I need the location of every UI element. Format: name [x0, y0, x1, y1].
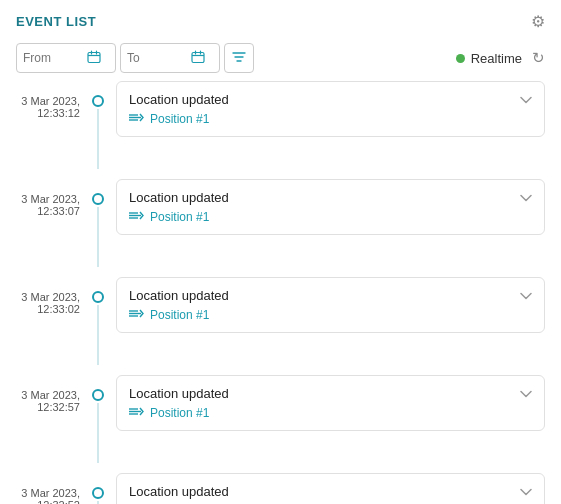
event-card-header: Location updated — [129, 92, 532, 107]
event-card[interactable]: Location updatedPosition #1 — [116, 473, 545, 504]
realtime-label: Realtime — [471, 51, 522, 66]
timeline-dot — [92, 291, 104, 303]
event-row: 3 Mar 2023,12:33:07Location updatedPosit… — [8, 179, 545, 267]
position-label: Position #1 — [150, 210, 209, 224]
timeline-dot — [92, 95, 104, 107]
chevron-down-icon[interactable] — [520, 93, 532, 107]
to-date-input-wrap[interactable] — [120, 43, 220, 73]
event-title: Location updated — [129, 288, 229, 303]
event-card-header: Location updated — [129, 386, 532, 401]
from-date-input[interactable] — [23, 51, 83, 65]
event-card[interactable]: Location updatedPosition #1 — [116, 277, 545, 333]
to-date-input[interactable] — [127, 51, 187, 65]
timeline-line — [97, 109, 99, 169]
event-timestamp: 3 Mar 2023,12:33:12 — [8, 81, 88, 119]
timeline-line — [97, 305, 99, 365]
refresh-icon[interactable]: ↻ — [532, 49, 545, 67]
page-title: EVENT LIST — [16, 14, 96, 29]
timeline-dot — [92, 193, 104, 205]
chevron-down-icon[interactable] — [520, 289, 532, 303]
timeline-dot — [92, 389, 104, 401]
gear-icon[interactable]: ⚙ — [531, 12, 545, 31]
event-row: 3 Mar 2023,12:32:57Location updatedPosit… — [8, 375, 545, 463]
chevron-down-icon[interactable] — [520, 387, 532, 401]
event-timestamp: 3 Mar 2023,12:32:52 — [8, 473, 88, 504]
event-title: Location updated — [129, 386, 229, 401]
to-calendar-icon[interactable] — [191, 50, 205, 67]
position-icon — [129, 209, 144, 224]
event-list: 3 Mar 2023,12:33:12Location updatedPosit… — [0, 81, 561, 504]
event-row: 3 Mar 2023,12:32:52Location updatedPosit… — [8, 473, 545, 504]
event-row: 3 Mar 2023,12:33:02Location updatedPosit… — [8, 277, 545, 365]
event-row: 3 Mar 2023,12:33:12Location updatedPosit… — [8, 81, 545, 169]
position-icon — [129, 405, 144, 420]
timeline-dot — [92, 487, 104, 499]
timeline-line — [97, 207, 99, 267]
event-title: Location updated — [129, 92, 229, 107]
timeline-column — [88, 375, 108, 463]
realtime-status: Realtime ↻ — [456, 49, 545, 67]
timeline-column — [88, 277, 108, 365]
page: EVENT LIST ⚙ — [0, 0, 561, 504]
position-icon — [129, 111, 144, 126]
filter-icon — [232, 50, 246, 66]
event-card[interactable]: Location updatedPosition #1 — [116, 179, 545, 235]
event-timestamp: 3 Mar 2023,12:32:57 — [8, 375, 88, 413]
header: EVENT LIST ⚙ — [0, 0, 561, 39]
event-card-header: Location updated — [129, 190, 532, 205]
event-position: Position #1 — [129, 405, 532, 420]
position-label: Position #1 — [150, 308, 209, 322]
event-timestamp: 3 Mar 2023,12:33:02 — [8, 277, 88, 315]
event-title: Location updated — [129, 190, 229, 205]
from-date-input-wrap[interactable] — [16, 43, 116, 73]
svg-rect-0 — [88, 52, 100, 62]
chevron-down-icon[interactable] — [520, 191, 532, 205]
position-label: Position #1 — [150, 112, 209, 126]
chevron-down-icon[interactable] — [520, 485, 532, 499]
position-icon — [129, 307, 144, 322]
event-position: Position #1 — [129, 307, 532, 322]
event-card-header: Location updated — [129, 484, 532, 499]
timeline-column — [88, 81, 108, 169]
svg-rect-4 — [192, 52, 204, 62]
event-card[interactable]: Location updatedPosition #1 — [116, 375, 545, 431]
timeline-column — [88, 179, 108, 267]
event-position: Position #1 — [129, 111, 532, 126]
event-card-header: Location updated — [129, 288, 532, 303]
toolbar: Realtime ↻ — [0, 39, 561, 81]
position-label: Position #1 — [150, 406, 209, 420]
filter-button[interactable] — [224, 43, 254, 73]
event-timestamp: 3 Mar 2023,12:33:07 — [8, 179, 88, 217]
realtime-dot — [456, 54, 465, 63]
from-calendar-icon[interactable] — [87, 50, 101, 67]
event-title: Location updated — [129, 484, 229, 499]
event-card[interactable]: Location updatedPosition #1 — [116, 81, 545, 137]
timeline-line — [97, 403, 99, 463]
timeline-column — [88, 473, 108, 504]
event-position: Position #1 — [129, 209, 532, 224]
